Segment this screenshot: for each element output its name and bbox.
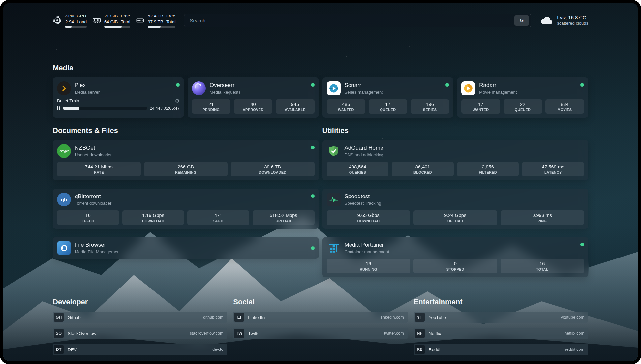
bookmark-url: dev.to [212,347,223,352]
bookmark-group-entertainment: Entertainment YT YouTube youtube.com NF … [414,298,588,355]
top-bar: 31% 2.94 CPU Load [53,3,588,28]
stat-wanted: 17 WANTED [461,99,500,114]
bookmark-linkedin[interactable]: LI LinkedIn linkedin.com [233,312,408,323]
disk-free: 52.4 TB [148,13,163,19]
gear-icon[interactable]: ⚙ [175,98,179,103]
stat-blocked: 86,401 BLOCKED [392,162,454,176]
bookmark-reddit[interactable]: RE Reddit reddit.com [414,344,588,355]
stat-pending: 21 PENDING [192,99,230,114]
service-card-qbittorrent[interactable]: qb qBittorrent Torrent downloader 16 LEE… [53,189,319,229]
bookmark-youtube[interactable]: YT YouTube youtube.com [414,312,588,323]
window-frame: 31% 2.94 CPU Load [0,0,641,364]
stat-download: 9.65 Gbps DOWNLOAD [327,210,411,225]
bookmark-abbr: RE [415,345,425,354]
stat-seed: 471 SEED [187,210,249,225]
weather-condition: scattered clouds [557,21,588,26]
bookmark-name: Twitter [248,331,261,336]
service-card-portainer[interactable]: Media Portainer Container management 16 … [322,237,589,277]
service-card-overseerr[interactable]: Overseerr Media Requests 21 PENDING 40 A… [188,77,319,118]
search-provider-button[interactable]: G [514,15,529,26]
service-card-filebrowser[interactable]: File Browser Media File Management [53,237,319,259]
hard-drive-icon [136,16,145,25]
cpu-label-1: CPU [77,13,86,19]
status-dot [311,194,315,198]
documents-column: Documents & Files nzbget NZBGet Usenet d… [53,126,319,277]
service-name: Overseerr [210,82,241,89]
bookmark-abbr: NF [415,329,425,338]
filebrowser-icon [57,241,71,255]
service-description: Container management [345,249,389,254]
bookmark-dev[interactable]: DT DEV dev.to [53,344,227,355]
disk-total: 97.9 TB [148,19,163,25]
service-name: Plex [75,82,100,89]
service-card-speedtest[interactable]: Speedtest Speedtest Tracking 9.65 Gbps D… [322,189,589,229]
qbittorrent-icon: qb [57,193,71,206]
stat-queued: 22 QUEUED [504,99,542,114]
bookmark-github[interactable]: GH Github github.com [53,312,227,323]
bookmark-url: netflix.com [565,331,584,336]
service-card-radarr[interactable]: Radarr Movie management 17 WANTED 22 QUE… [457,77,588,118]
stat-available: 945 AVAILABLE [276,99,314,114]
stat-rate: 744.21 Mbps RATE [57,162,141,176]
bookmark-url: stackoverflow.com [190,331,223,336]
search-bar: G [184,14,531,27]
overseerr-icon [192,81,206,95]
cpu-chip-icon [53,16,62,25]
status-dot [311,83,315,87]
utilities-column: Utilities AdGuard Home [322,126,589,277]
status-dot [445,83,449,87]
service-card-adguard[interactable]: AdGuard Home DNS and adblocking 498,564 … [322,140,589,180]
disk-label-1: Free [166,13,175,19]
stat-upload: 9.24 Gbps UPLOAD [413,210,497,225]
bookmark-abbr: DT [54,345,64,354]
bookmark-abbr: LI [234,313,244,322]
stat-filtered: 2,956 FILTERED [457,162,519,176]
playback-time: 24:44 / 02:06:47 [150,106,179,111]
resource-widgets: 31% 2.94 CPU Load [53,13,175,28]
weather-location: Lviv, 16.87°C [557,15,588,21]
stat-ping: 0.993 ms PING [501,210,584,225]
section-title-entertainment: Entertainment [414,298,588,306]
memory-icon [92,16,101,25]
service-card-plex[interactable]: Plex Media server Bullet Train ⚙ [53,77,184,118]
service-card-sonarr[interactable]: Sonarr Series management 485 WANTED 17 Q… [322,77,454,118]
bookmark-url: reddit.com [565,347,584,352]
bookmark-stackoverflow[interactable]: SO StackOverflow stackoverflow.com [53,328,227,339]
bookmark-twitter[interactable]: TW Twitter twitter.com [233,328,408,339]
stat-approved: 40 APPROVED [234,99,272,114]
service-name: NZBGet [75,145,112,151]
section-title-media: Media [53,64,588,72]
stat-stopped: 0 STOPPED [413,259,497,273]
stat-upload: 618.52 Mbps UPLOAD [253,210,315,225]
service-description: DNS and adblocking [345,152,384,157]
media-cards: Plex Media server Bullet Train ⚙ [53,77,588,118]
adguard-icon [327,144,341,158]
memory-widget: 21 GiB 64 GiB Free Total [92,13,130,28]
radarr-icon [461,81,475,95]
stat-leech: 16 LEECH [57,210,119,225]
bookmark-url: youtube.com [561,315,584,319]
service-description: Series management [345,90,383,95]
now-playing: Bullet Train ⚙ 24:44 / 02:06:47 [57,98,180,111]
stat-latency: 47.569 ms LATENCY [522,162,584,176]
search-input[interactable] [189,17,514,24]
topbar-divider [53,38,588,38]
stat-total: 16 TOTAL [501,259,584,273]
cpu-label-2: Load [77,19,87,25]
bookmark-name: YouTube [429,315,446,320]
section-title-developer: Developer [53,298,227,306]
cpu-progress-bar [65,26,87,28]
disk-widget: 52.4 TB 97.9 TB Free Total [136,13,176,28]
bookmark-netflix[interactable]: NF Netflix netflix.com [414,328,588,339]
stat-remaining: 266 GB REMAINING [144,162,228,176]
status-dot [311,146,315,149]
stat-downloaded: 39.6 TB DOWNLOADED [231,162,315,176]
service-description: Media server [75,90,100,95]
status-dot [580,243,584,246]
bookmark-group-social: Social LI LinkedIn linkedin.com TW Twitt… [233,298,408,355]
service-card-nzbget[interactable]: nzbget NZBGet Usenet downloader 744.21 M… [53,140,319,180]
service-description: Speedtest Tracking [345,201,381,206]
stat-wanted: 485 WANTED [327,99,365,114]
disk-label-2: Total [166,19,176,25]
bookmark-url: github.com [203,315,223,319]
